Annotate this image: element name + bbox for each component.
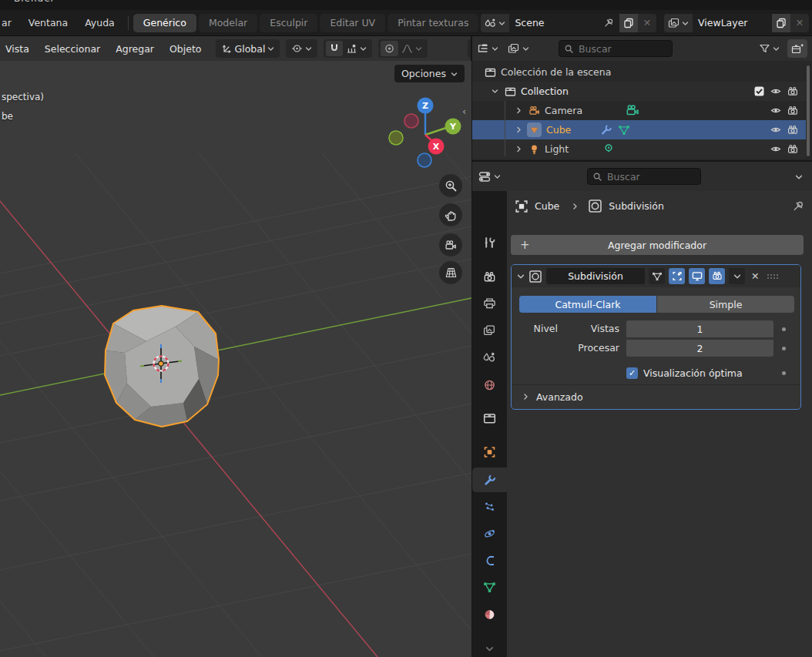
workspace-tab-esculpir[interactable]: Esculpir xyxy=(260,14,317,32)
tabs-overflow-chevron[interactable] xyxy=(472,636,507,657)
collapse-chevron-icon[interactable] xyxy=(492,88,498,95)
advanced-subpanel-header[interactable]: Avanzado xyxy=(522,388,583,405)
scene-browse-button[interactable] xyxy=(481,14,509,32)
menu-agregar[interactable]: Agregar xyxy=(108,43,162,55)
properties-search-input[interactable] xyxy=(607,171,684,183)
outliner-row-light[interactable]: Light xyxy=(472,139,806,159)
properties-options-dropdown[interactable] xyxy=(786,173,812,180)
outliner-row-cube-selected[interactable]: Cube xyxy=(472,120,806,139)
region-collapse-arrow[interactable]: ‹ xyxy=(462,106,466,117)
viewport-3d[interactable]: Z Y X spectiva) be Opciones ‹ xyxy=(0,61,471,657)
expand-chevron-icon[interactable] xyxy=(515,126,522,133)
editor-type-outliner-dropdown[interactable] xyxy=(472,43,503,54)
menu-ayuda[interactable]: Ayuda xyxy=(76,10,123,35)
outliner-search-input[interactable] xyxy=(579,43,656,55)
tab-world-properties[interactable] xyxy=(472,373,507,397)
decorator-dot[interactable] xyxy=(782,327,786,331)
render-visibility-icon[interactable] xyxy=(787,144,798,154)
tab-physics-properties[interactable] xyxy=(472,521,507,546)
viewport-levels-field[interactable]: 1 xyxy=(626,320,773,337)
menu-editar-truncated[interactable]: ar xyxy=(0,10,20,35)
outliner-row-camera[interactable]: Camera xyxy=(472,101,806,120)
camera-view-button[interactable] xyxy=(439,233,462,256)
breadcrumb-item[interactable]: Subdivisión xyxy=(609,200,664,212)
outliner-display-mode-dropdown[interactable] xyxy=(503,43,534,54)
outliner-row-scene-collection[interactable]: Colección de la escena xyxy=(472,62,806,82)
workspace-tab-modelar[interactable]: Modelar xyxy=(199,14,257,32)
view-layer-new-copy-button[interactable] xyxy=(772,14,790,32)
breadcrumb-object[interactable]: Cube xyxy=(535,200,559,212)
tab-render-properties[interactable] xyxy=(472,265,507,290)
pin-icon[interactable] xyxy=(792,200,804,213)
outliner-row-collection[interactable]: Collection xyxy=(472,82,806,101)
tab-tool-properties[interactable] xyxy=(472,230,507,255)
hide-eye-icon[interactable] xyxy=(770,144,781,154)
hide-eye-icon[interactable] xyxy=(770,86,781,96)
menu-seleccionar[interactable]: Seleccionar xyxy=(37,43,108,55)
tab-object-properties[interactable] xyxy=(472,440,507,464)
render-levels-field[interactable]: 2 xyxy=(626,340,773,357)
modifier-delete-button[interactable]: ✕ xyxy=(749,270,761,282)
edit-mode-display-toggle[interactable] xyxy=(649,268,665,284)
proportional-editing-toggle[interactable] xyxy=(381,41,398,56)
tab-material-properties[interactable] xyxy=(472,602,507,627)
view-layer-name-field[interactable]: ViewLayer xyxy=(693,14,772,32)
snap-target-dropdown[interactable] xyxy=(343,41,370,56)
workspace-tab-pintar-texturas[interactable]: Pintar texturas xyxy=(388,14,478,32)
optimal-display-checkbox[interactable]: ✓ xyxy=(626,367,638,379)
collection-exclude-checkbox[interactable] xyxy=(754,86,764,96)
outliner-filter-dropdown[interactable] xyxy=(754,43,784,54)
simple-button[interactable]: Simple xyxy=(657,296,794,313)
pivot-point-dropdown[interactable] xyxy=(288,41,315,56)
new-collection-button[interactable] xyxy=(787,39,807,58)
tab-particle-properties[interactable] xyxy=(472,494,507,519)
modifier-extras-dropdown[interactable] xyxy=(729,268,745,284)
tab-scene-properties[interactable] xyxy=(472,345,507,370)
menu-objeto[interactable]: Objeto xyxy=(162,43,210,55)
pin-icon[interactable] xyxy=(603,18,614,28)
hide-eye-icon[interactable] xyxy=(770,125,781,135)
properties-search[interactable] xyxy=(587,168,701,185)
tab-object-data-properties[interactable] xyxy=(472,575,507,599)
realtime-display-toggle[interactable] xyxy=(689,268,705,284)
render-display-toggle[interactable] xyxy=(709,268,725,284)
menu-ventana[interactable]: Ventana xyxy=(20,10,76,35)
view-layer-delete-button[interactable]: ✕ xyxy=(790,14,809,32)
scene-name-field[interactable]: Scene xyxy=(509,14,619,32)
scene-new-copy-button[interactable] xyxy=(619,14,638,32)
tab-view-layer-properties[interactable] xyxy=(472,318,507,343)
workspace-tab-generico[interactable]: Genérico xyxy=(133,14,196,32)
scene-delete-button[interactable]: ✕ xyxy=(638,14,656,32)
proportional-falloff-dropdown[interactable] xyxy=(398,41,425,56)
catmull-clark-button[interactable]: Catmull-Clark xyxy=(519,296,656,313)
options-dropdown-button[interactable]: Opciones xyxy=(394,65,465,82)
modifier-name-field[interactable]: Subdivisión xyxy=(546,268,645,284)
outliner-scrollbar[interactable] xyxy=(807,65,810,156)
editor-type-properties-dropdown[interactable] xyxy=(472,171,507,183)
view-layer-browse-button[interactable] xyxy=(664,14,693,32)
menu-vista[interactable]: Vista xyxy=(0,43,37,55)
tab-collection-properties[interactable] xyxy=(472,406,507,431)
modifier-panel-header[interactable]: Subdivisión ✕ xyxy=(512,265,800,287)
add-modifier-button[interactable]: + Agregar modificador xyxy=(511,235,804,255)
workspace-tab-editar-uv[interactable]: Editar UV xyxy=(320,14,385,32)
hide-eye-icon[interactable] xyxy=(770,106,781,116)
expand-chevron-icon[interactable] xyxy=(515,146,522,153)
panel-collapse-chevron-icon[interactable] xyxy=(517,273,525,280)
snap-toggle[interactable] xyxy=(326,41,343,56)
drag-handle-icon[interactable] xyxy=(767,273,779,280)
decorator-dot[interactable] xyxy=(782,371,786,375)
tab-output-properties[interactable] xyxy=(472,291,507,316)
render-visibility-icon[interactable] xyxy=(787,106,798,116)
decorator-dot[interactable] xyxy=(782,347,786,350)
transform-orientation-dropdown[interactable]: Global xyxy=(218,41,278,56)
pan-button[interactable] xyxy=(439,203,462,226)
render-visibility-icon[interactable] xyxy=(787,86,798,96)
outliner-search[interactable] xyxy=(559,40,673,57)
expand-chevron-icon[interactable] xyxy=(515,107,522,114)
tab-constraint-properties[interactable] xyxy=(472,548,507,573)
on-cage-display-toggle[interactable] xyxy=(669,268,685,284)
tab-modifier-properties-active[interactable] xyxy=(472,468,507,492)
zoom-button[interactable] xyxy=(439,174,462,197)
orthographic-toggle-button[interactable] xyxy=(439,261,462,284)
